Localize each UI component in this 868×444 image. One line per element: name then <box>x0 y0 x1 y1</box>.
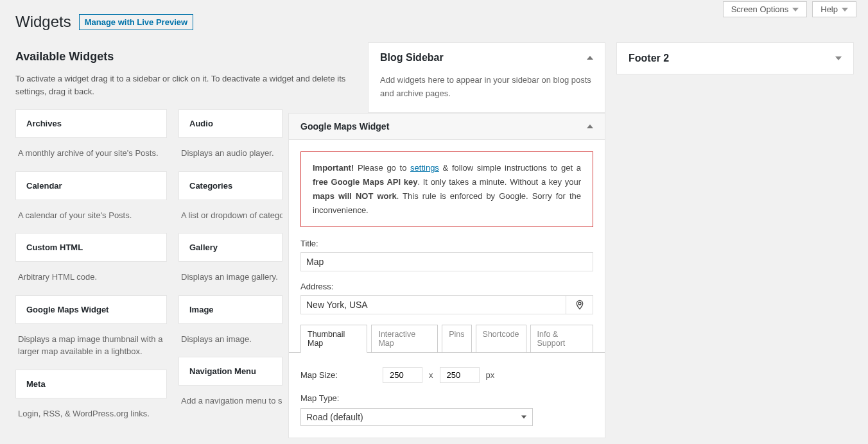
size-separator: x <box>429 370 433 380</box>
widget-calendar-desc: A calendar of your site's Posts. <box>15 200 167 234</box>
screen-options-button[interactable]: Screen Options <box>723 1 808 17</box>
widget-google-maps[interactable]: Google Maps Widget <box>15 295 167 324</box>
chevron-up-icon <box>587 124 593 128</box>
available-widgets-desc: To activate a widget drag it to a sideba… <box>15 73 352 98</box>
widget-archives-desc: A monthly archive of your site's Posts. <box>15 138 167 171</box>
tab-shortcode[interactable]: Shortcode <box>476 325 526 353</box>
title-input[interactable] <box>300 252 593 271</box>
blog-sidebar-desc: Add widgets here to appear in your sideb… <box>369 73 605 112</box>
size-unit: px <box>486 370 495 380</box>
page-title: Widgets <box>15 13 71 31</box>
map-width-input[interactable] <box>383 367 422 383</box>
widget-custom-html-desc: Arbitrary HTML code. <box>15 262 167 295</box>
google-maps-widget-panel: Google Maps Widget Important! Please go … <box>288 113 605 438</box>
chevron-down-icon <box>842 8 848 12</box>
widget-categories[interactable]: Categories <box>178 171 282 200</box>
map-pin-icon <box>575 298 585 311</box>
notice-text: & follow simple instructions to get a <box>439 163 581 173</box>
available-widgets-heading: Available Widgets <box>15 50 352 64</box>
address-field-label: Address: <box>300 282 593 291</box>
tab-thumbnail-map[interactable]: Thumbnail Map <box>300 325 367 353</box>
blog-sidebar-head[interactable]: Blog Sidebar <box>369 43 605 73</box>
widget-image[interactable]: Image <box>178 295 282 324</box>
notice-text: . It only takes a minute. Without a key … <box>417 177 581 187</box>
widget-meta[interactable]: Meta <box>15 370 167 398</box>
map-size-label: Map Size: <box>300 370 376 380</box>
blog-sidebar-panel: Blog Sidebar Add widgets here to appear … <box>368 42 605 113</box>
map-height-input[interactable] <box>440 367 480 383</box>
notice-not-work: maps will NOT work <box>313 191 397 201</box>
widget-navigation-menu-desc: Add a navigation menu to sidebar. <box>178 386 282 419</box>
tab-info-support[interactable]: Info & Support <box>530 325 593 353</box>
widget-audio-desc: Displays an audio player. <box>178 138 282 171</box>
chevron-up-icon <box>587 56 593 60</box>
widget-google-maps-desc: Displays a map image thumbnail with a la… <box>15 324 167 370</box>
locate-button[interactable] <box>566 295 593 314</box>
widget-audio[interactable]: Audio <box>178 109 282 138</box>
tab-pins[interactable]: Pins <box>442 325 471 353</box>
widget-image-desc: Displays an image. <box>178 324 282 357</box>
notice-text: Please go to <box>354 163 410 173</box>
notice-important: Important! <box>313 163 354 173</box>
chevron-down-icon <box>835 56 842 60</box>
widget-navigation-menu[interactable]: Navigation Menu <box>178 357 282 386</box>
footer-2-title: Footer 2 <box>629 53 669 64</box>
screen-options-label: Screen Options <box>731 4 789 14</box>
google-maps-widget-title: Google Maps Widget <box>300 121 389 132</box>
widget-gallery-desc: Displays an image gallery. <box>178 262 282 295</box>
manage-live-preview-button[interactable]: Manage with Live Preview <box>79 14 193 30</box>
tab-interactive-map[interactable]: Interactive Map <box>371 325 438 353</box>
google-maps-widget-head[interactable]: Google Maps Widget <box>289 114 605 140</box>
widget-meta-desc: Login, RSS, & WordPress.org links. <box>15 398 167 432</box>
chevron-down-icon <box>792 8 799 12</box>
api-key-notice: Important! Please go to settings & follo… <box>300 151 593 227</box>
widget-custom-html[interactable]: Custom HTML <box>15 233 167 262</box>
help-button[interactable]: Help <box>812 1 856 17</box>
widget-gallery[interactable]: Gallery <box>178 233 282 262</box>
blog-sidebar-title: Blog Sidebar <box>380 52 444 64</box>
widget-archives[interactable]: Archives <box>15 109 167 138</box>
widget-categories-desc: A list or dropdown of categories. <box>178 200 282 234</box>
help-label: Help <box>820 4 838 14</box>
footer-2-panel[interactable]: Footer 2 <box>616 42 854 74</box>
map-type-label: Map Type: <box>300 393 593 403</box>
settings-link[interactable]: settings <box>410 163 439 173</box>
map-type-select[interactable]: Road (default) <box>300 408 533 426</box>
widget-tabs: Thumbnail Map Interactive Map Pins Short… <box>300 325 593 352</box>
address-input[interactable] <box>300 295 566 314</box>
notice-api-key: free Google Maps API key <box>313 177 417 187</box>
widget-calendar[interactable]: Calendar <box>15 171 167 200</box>
title-field-label: Title: <box>300 239 593 248</box>
